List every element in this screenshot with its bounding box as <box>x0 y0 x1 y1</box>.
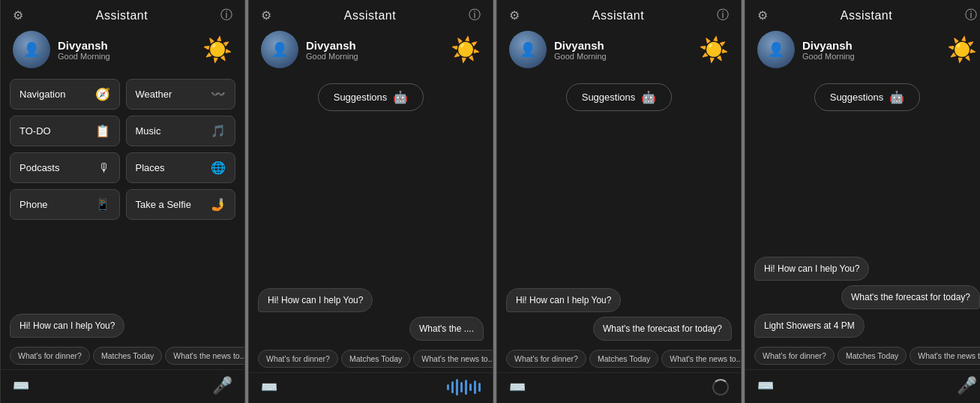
chat-area-4: Hi! How can I help You? What's the forec… <box>745 119 980 344</box>
places-button[interactable]: Places 🌐 <box>126 152 236 183</box>
info-icon-3[interactable]: ⓘ <box>717 8 729 23</box>
header-2: ⚙ Assistant ⓘ <box>249 0 493 28</box>
suggestions-area-4: Suggestions 🤖 <box>745 76 980 119</box>
settings-icon-2[interactable]: ⚙ <box>261 8 271 23</box>
user-info-3: 👤 Divyansh Good Morning <box>509 31 607 68</box>
nav-button[interactable]: Navigation 🧭 <box>10 79 120 110</box>
chat-bubble-left-2: Hi! How can I help You? <box>258 288 373 312</box>
phone-icon: 📱 <box>95 197 110 212</box>
chip-matches-4[interactable]: Matches Today <box>838 347 907 365</box>
panel-4: ⚙ Assistant ⓘ 👤 Divyansh Good Morning ☀️… <box>745 0 980 403</box>
info-icon-4[interactable]: ⓘ <box>965 8 977 23</box>
chat-bubble-right-3: What's the forecast for today? <box>593 317 732 341</box>
sun-icon-4: ☀️ <box>947 35 977 64</box>
user-name-2: Divyansh <box>306 39 358 52</box>
chip-matches-3[interactable]: Matches Today <box>589 350 658 368</box>
avatar-image-1: 👤 <box>13 31 50 68</box>
chip-news-3[interactable]: What's the news to... <box>661 350 741 368</box>
chip-dinner-3[interactable]: What's for dinner? <box>506 350 586 368</box>
chat-bubble-3-4: Light Showers at 4 PM <box>754 314 865 338</box>
todo-label: TO-DO <box>19 125 51 137</box>
wave-bar-7 <box>474 380 476 394</box>
phone-label: Phone <box>19 199 48 210</box>
mic-icon-1[interactable]: 🎤 <box>212 376 232 395</box>
suggestions-icon-4: 🤖 <box>889 90 904 104</box>
todo-button[interactable]: TO-DO 📋 <box>10 116 120 146</box>
keyboard-icon-3[interactable]: ⌨️ <box>509 379 526 395</box>
suggestions-button-4[interactable]: Suggestions 🤖 <box>814 83 921 111</box>
avatar-image-3: 👤 <box>509 31 547 68</box>
chip-dinner-1[interactable]: What's for dinner? <box>10 347 90 365</box>
user-bar-1: 👤 Divyansh Good Morning ☀️ <box>1 28 244 76</box>
suggestions-button-2[interactable]: Suggestions 🤖 <box>318 83 424 111</box>
quick-grid-1: Navigation 🧭 Weather 〰️ TO-DO 📋 Music 🎵 … <box>1 76 244 226</box>
user-text-2: Divyansh Good Morning <box>306 39 358 61</box>
todo-icon: 📋 <box>95 124 110 138</box>
weather-icon: 〰️ <box>211 87 226 101</box>
settings-icon-3[interactable]: ⚙ <box>509 8 520 23</box>
header-4: ⚙ Assistant ⓘ <box>745 0 980 28</box>
user-greeting-4: Good Morning <box>802 52 855 61</box>
music-icon: 🎵 <box>211 124 226 138</box>
wave-bar-1 <box>447 384 449 390</box>
panel-3: ⚙ Assistant ⓘ 👤 Divyansh Good Morning ☀️… <box>496 0 742 403</box>
places-icon: 🌐 <box>211 161 226 175</box>
wave-bar-8 <box>478 383 481 392</box>
chip-matches-2[interactable]: Matches Today <box>341 350 410 368</box>
keyboard-icon-4[interactable]: ⌨️ <box>757 377 774 394</box>
chip-dinner-4[interactable]: What's for dinner? <box>754 347 835 365</box>
podcasts-button[interactable]: Podcasts 🎙 <box>10 152 120 183</box>
chip-news-2[interactable]: What's the news to... <box>413 350 493 368</box>
phone-button[interactable]: Phone 📱 <box>10 189 120 220</box>
podcasts-icon: 🎙 <box>98 161 110 175</box>
suggestions-icon-2: 🤖 <box>393 90 408 104</box>
user-text-4: Divyansh Good Morning <box>802 39 855 61</box>
suggestions-label-2: Suggestions <box>334 92 388 103</box>
avatar-4: 👤 <box>757 31 795 68</box>
bottom-bar-2: ⌨️ <box>249 372 493 403</box>
chip-bar-4: What's for dinner? Matches Today What's … <box>745 344 980 369</box>
suggestions-button-3[interactable]: Suggestions 🤖 <box>566 83 673 111</box>
weather-button[interactable]: Weather 〰️ <box>126 79 236 110</box>
podcasts-label: Podcasts <box>19 162 59 173</box>
chip-dinner-2[interactable]: What's for dinner? <box>258 350 338 368</box>
chip-news-1[interactable]: What's the news to... <box>165 347 244 365</box>
chip-news-4[interactable]: What's the news to... <box>910 347 980 365</box>
panel-1: ⚙ Assistant ⓘ 👤 Divyansh Good Morning ☀️… <box>0 0 245 403</box>
user-info-1: 👤 Divyansh Good Morning <box>13 31 110 68</box>
keyboard-icon-1[interactable]: ⌨️ <box>13 377 29 394</box>
chat-area-2: Hi! How can I help You? What's the .... <box>249 119 493 347</box>
user-bar-2: 👤 Divyansh Good Morning ☀️ <box>249 28 493 76</box>
avatar-image-2: 👤 <box>261 31 298 68</box>
avatar-2: 👤 <box>261 31 298 68</box>
wave-bar-4 <box>460 382 463 392</box>
title-3: Assistant <box>592 9 644 23</box>
mic-icon-4[interactable]: 🎤 <box>957 376 977 395</box>
chat-bubble-1-4: Hi! How can I help You? <box>754 257 869 281</box>
keyboard-icon-2[interactable]: ⌨️ <box>261 379 277 395</box>
info-icon-2[interactable]: ⓘ <box>469 8 481 23</box>
suggestions-label-4: Suggestions <box>830 92 884 103</box>
music-button[interactable]: Music 🎵 <box>126 116 236 146</box>
settings-icon-4[interactable]: ⚙ <box>757 8 768 23</box>
title-2: Assistant <box>344 9 396 23</box>
user-bar-4: 👤 Divyansh Good Morning ☀️ <box>745 28 980 76</box>
user-bar-3: 👤 Divyansh Good Morning ☀️ <box>497 28 741 76</box>
wave-animation-2 <box>447 379 481 395</box>
header-1: ⚙ Assistant ⓘ <box>1 0 244 28</box>
bottom-bar-1: ⌨️ 🎤 <box>1 369 244 403</box>
chip-matches-1[interactable]: Matches Today <box>93 347 162 365</box>
info-icon-1[interactable]: ⓘ <box>220 8 232 23</box>
sun-icon-2: ☀️ <box>451 35 481 64</box>
user-info-2: 👤 Divyansh Good Morning <box>261 31 358 68</box>
sun-icon-3: ☀️ <box>699 35 729 64</box>
avatar-1: 👤 <box>13 31 50 68</box>
title-1: Assistant <box>96 9 148 23</box>
selfie-button[interactable]: Take a Selfie 🤳 <box>126 189 236 220</box>
chip-bar-3: What's for dinner? Matches Today What's … <box>497 347 741 372</box>
user-info-4: 👤 Divyansh Good Morning <box>757 31 855 68</box>
suggestions-icon-3: 🤖 <box>641 90 656 104</box>
bottom-bar-4: ⌨️ 🎤 <box>745 369 980 403</box>
settings-icon-1[interactable]: ⚙ <box>13 8 23 23</box>
selfie-icon: 🤳 <box>211 197 226 212</box>
